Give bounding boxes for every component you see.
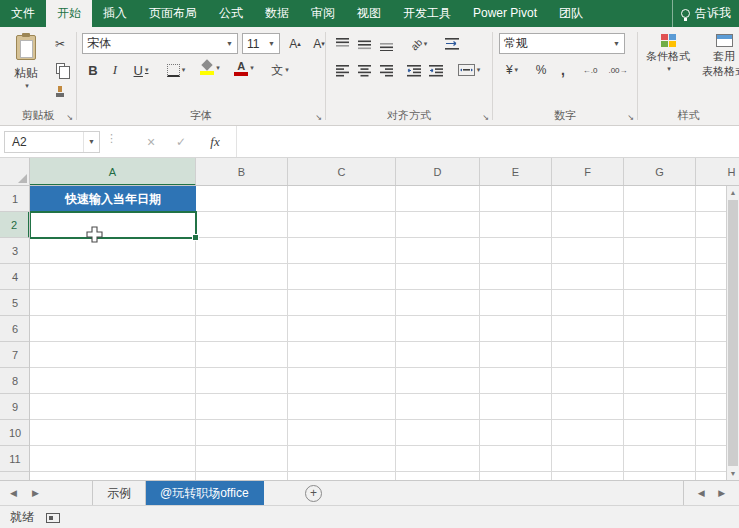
bold-button[interactable]: B (83, 59, 103, 81)
formula-input[interactable] (236, 126, 739, 157)
grid-vline (479, 186, 480, 480)
horizontal-scrollbar[interactable]: ◀ ▶ (683, 481, 739, 505)
select-all-corner[interactable] (0, 158, 30, 186)
ribbon-tab-power-pivot[interactable]: Power Pivot (462, 0, 548, 27)
font-color-button[interactable]: A ▾ (229, 57, 259, 79)
ribbon-tab-page-layout[interactable]: 页面布局 (138, 0, 208, 27)
align-top-button[interactable] (332, 33, 352, 55)
selected-cell-A2[interactable] (30, 211, 197, 239)
lightbulb-icon (681, 9, 690, 18)
clipboard-dialog-launcher[interactable]: ↘ (66, 114, 73, 122)
chevron-down-icon: ▼ (226, 40, 233, 47)
bold-label: B (88, 63, 97, 78)
decrease-indent-button[interactable] (404, 59, 424, 81)
copy-button[interactable] (48, 57, 72, 79)
increase-decimal-button[interactable]: ←.0 (577, 59, 603, 81)
scroll-down-icon[interactable]: ▼ (727, 467, 739, 480)
sheet-nav-left-icon[interactable]: ◀ (10, 481, 17, 505)
scroll-left-icon[interactable]: ◀ (698, 488, 705, 498)
align-center-button[interactable] (354, 59, 374, 81)
borders-button[interactable]: ▾ (161, 59, 191, 81)
comma-style-button[interactable]: , (553, 59, 573, 81)
underline-button[interactable]: U▾ (127, 59, 155, 81)
tell-me-box[interactable]: 告诉我 (672, 0, 739, 27)
format-painter-button[interactable] (48, 81, 72, 103)
grid-hline (30, 367, 739, 368)
number-group: 常规 ▼ ¥ ▾ % , ←.0 .00→ 数字 ↘ (493, 27, 637, 125)
align-left-button[interactable] (332, 59, 352, 81)
name-box[interactable]: A2 ▼ (4, 131, 100, 153)
ribbon-tab-data[interactable]: 数据 (254, 0, 300, 27)
decrease-decimal-button[interactable]: .00→ (605, 59, 631, 81)
merge-center-button[interactable]: ▾ (452, 59, 486, 81)
column-header-C[interactable]: C (288, 158, 396, 186)
row-header-2[interactable]: 2 (0, 212, 30, 238)
number-format-combo[interactable]: 常规 ▼ (499, 33, 625, 54)
row-header-3[interactable]: 3 (0, 238, 30, 264)
percent-style-button[interactable]: % (531, 59, 551, 81)
increase-font-size-button[interactable]: A▴ (284, 33, 306, 55)
cell-A1[interactable]: 快速输入当年日期 (30, 186, 196, 212)
ribbon-tab-file[interactable]: 文件 (0, 0, 46, 27)
column-header-A[interactable]: A (30, 158, 196, 186)
ribbon-tab-formulas[interactable]: 公式 (208, 0, 254, 27)
cancel-button[interactable]: × (138, 131, 164, 153)
scroll-up-icon[interactable]: ▲ (727, 186, 739, 199)
font-dialog-launcher[interactable]: ↘ (315, 114, 322, 122)
format-as-table-button[interactable]: 套用 表格格式 (697, 30, 739, 77)
record-macro-icon[interactable] (46, 513, 60, 523)
font-name-combo[interactable]: 宋体 ▼ (82, 33, 238, 54)
ribbon-tab-review[interactable]: 审阅 (300, 0, 346, 27)
ribbon-tab-view[interactable]: 视图 (346, 0, 392, 27)
orientation-button[interactable]: ab ▾ (404, 33, 434, 55)
column-header-B[interactable]: B (196, 158, 288, 186)
fill-handle[interactable] (192, 234, 199, 241)
sheet-tab-2[interactable]: @玩转职场office (146, 481, 264, 505)
sheet-nav-right-icon[interactable]: ▶ (32, 481, 39, 505)
increase-indent-button[interactable] (426, 59, 446, 81)
ribbon-tab-home[interactable]: 开始 (46, 0, 92, 27)
conditional-formatting-button[interactable]: 条件格式 ▾ (641, 30, 695, 73)
ribbon-tab-team[interactable]: 团队 (548, 0, 594, 27)
column-header-F[interactable]: F (552, 158, 624, 186)
enter-button[interactable]: ✓ (168, 131, 194, 153)
accounting-format-button[interactable]: ¥ ▾ (497, 59, 527, 81)
column-header-H[interactable]: H (696, 158, 739, 186)
row-header-1[interactable]: 1 (0, 186, 30, 212)
paste-button[interactable]: 粘贴 ▾ (5, 31, 47, 107)
vertical-scroll-thumb[interactable] (728, 200, 738, 466)
number-dialog-launcher[interactable]: ↘ (627, 114, 634, 122)
italic-button[interactable]: I (105, 59, 125, 81)
new-sheet-button[interactable]: + (305, 485, 322, 502)
insert-function-button[interactable]: fx (200, 131, 230, 153)
row-header-8[interactable]: 8 (0, 368, 30, 394)
vertical-scrollbar[interactable]: ▲ ▼ (726, 186, 739, 480)
column-header-E[interactable]: E (480, 158, 552, 186)
row-header-10[interactable]: 10 (0, 420, 30, 446)
ribbon-tab-developer[interactable]: 开发工具 (392, 0, 462, 27)
ribbon-tab-insert[interactable]: 插入 (92, 0, 138, 27)
scroll-right-icon[interactable]: ▶ (718, 488, 725, 498)
row-header-6[interactable]: 6 (0, 316, 30, 342)
sheet-tab-1[interactable]: 示例 (92, 481, 146, 505)
row-header-11[interactable]: 11 (0, 446, 30, 472)
fill-color-button[interactable]: ▾ (195, 57, 225, 79)
row-header-9[interactable]: 9 (0, 394, 30, 420)
align-right-button[interactable] (376, 59, 396, 81)
row-header-5[interactable]: 5 (0, 290, 30, 316)
alignment-dialog-launcher[interactable]: ↘ (482, 114, 489, 122)
font-size-combo[interactable]: 11 ▼ (242, 33, 280, 54)
row-header-4[interactable]: 4 (0, 264, 30, 290)
column-header-D[interactable]: D (396, 158, 480, 186)
align-bottom-button[interactable] (376, 33, 396, 55)
formula-bar-grip[interactable]: ⋮ (106, 132, 117, 145)
align-middle-button[interactable] (354, 33, 374, 55)
row-header-7[interactable]: 7 (0, 342, 30, 368)
wrap-text-button[interactable] (440, 33, 464, 55)
cut-button[interactable]: ✂ (48, 33, 72, 55)
column-header-G[interactable]: G (624, 158, 696, 186)
increase-decimal-icon: ←.0 (583, 66, 598, 75)
phonetic-guide-button[interactable]: 文 ▾ (263, 59, 297, 81)
grid-vline (395, 186, 396, 480)
cells-area[interactable]: 快速输入当年日期 (30, 186, 739, 480)
